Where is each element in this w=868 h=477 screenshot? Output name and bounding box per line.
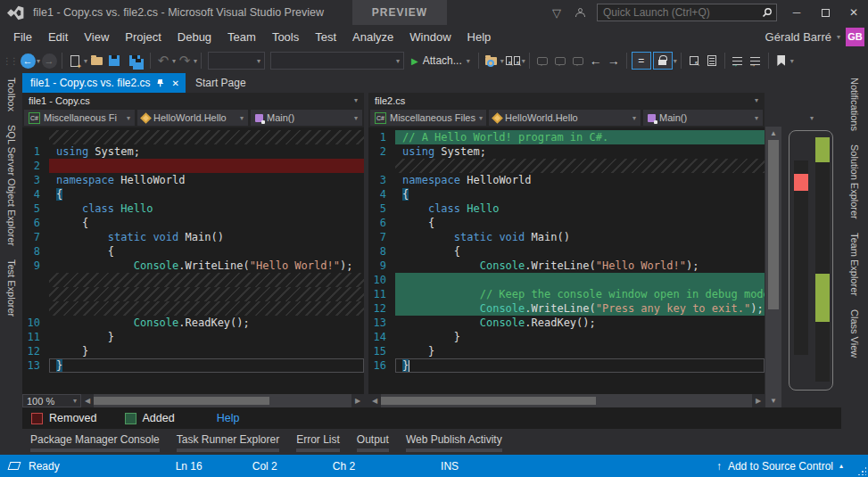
next-difference-button[interactable]: → — [605, 50, 623, 71]
navigate-forward-button[interactable]: → — [40, 50, 58, 71]
user-dropdown-icon[interactable]: ▾ — [837, 33, 840, 41]
menu-help[interactable]: Help — [459, 28, 500, 46]
previous-comment-button[interactable] — [533, 50, 551, 71]
tab-package-manager-console[interactable]: Package Manager Console — [30, 433, 160, 452]
menu-view[interactable]: View — [76, 28, 117, 46]
feedback-filter-icon[interactable]: ▽ — [545, 6, 568, 20]
save-all-button[interactable] — [123, 50, 146, 71]
code-line[interactable] — [22, 130, 364, 144]
help-link[interactable]: Help — [217, 412, 240, 424]
code-line[interactable]: 4{ — [368, 187, 765, 201]
code-line[interactable]: 6 { — [22, 216, 364, 230]
code-line[interactable] — [22, 273, 364, 287]
code-line[interactable]: 7 static void Main() — [22, 230, 364, 244]
tab-task-runner-explorer[interactable]: Task Runner Explorer — [177, 433, 279, 452]
add-to-source-control-button[interactable]: ↑ Add to Source Control ▴ — [716, 460, 843, 473]
code-line[interactable]: 8 { — [22, 244, 364, 259]
redo-dropdown-icon[interactable]: ▾ — [194, 57, 197, 65]
code-line[interactable]: 16} — [368, 358, 765, 373]
menu-file[interactable]: File — [5, 28, 40, 46]
left-pane-header-dropdown-icon[interactable]: ▾ — [354, 96, 358, 104]
added-block-marker-top[interactable] — [815, 137, 830, 162]
navigate-back-button[interactable]: ← — [19, 50, 37, 71]
uncomment-button[interactable] — [747, 50, 765, 71]
scroll-left-icon[interactable]: ◀ — [81, 397, 94, 405]
find-in-files-button[interactable] — [483, 50, 500, 71]
menu-debug[interactable]: Debug — [169, 28, 219, 46]
code-line[interactable]: 8 { — [368, 244, 765, 259]
menu-team[interactable]: Team — [219, 28, 264, 46]
scroll-left-icon[interactable]: ◀ — [368, 397, 381, 405]
sidebar-tab-test-explorer[interactable]: Test Explorer — [6, 259, 17, 317]
undo-button[interactable]: ↶ — [154, 50, 172, 71]
send-feedback-icon[interactable] — [568, 8, 591, 17]
code-line[interactable]: 5 class Hello — [368, 201, 765, 216]
left-type-dropdown[interactable]: HelloWorld.Hello ▾ — [137, 110, 248, 126]
close-button[interactable]: ✕ — [839, 0, 868, 25]
menu-test[interactable]: Test — [307, 28, 344, 46]
code-line[interactable]: 3namespace HelloWorld — [22, 173, 364, 187]
code-line[interactable]: 11 } — [22, 330, 364, 344]
compare-files-button[interactable] — [504, 50, 522, 71]
code-line[interactable]: 4{ — [22, 187, 364, 201]
right-code-editor[interactable]: 1// A Hello World! program in C#.2using … — [368, 127, 765, 394]
right-project-dropdown[interactable]: C# Miscellaneous Files ▾ — [370, 110, 486, 126]
vertical-scrollbar-thumb[interactable] — [768, 140, 779, 309]
new-file-button[interactable] — [66, 50, 84, 71]
menu-project[interactable]: Project — [117, 28, 169, 46]
quick-launch-input[interactable] — [598, 6, 758, 19]
previous-difference-button[interactable]: ← — [587, 50, 605, 71]
toolbar-overflow-icon[interactable]: ▾ — [790, 57, 794, 65]
diff-overview-map[interactable]: ▾ — [782, 93, 841, 407]
menu-window[interactable]: Window — [401, 28, 459, 46]
left-horizontal-scrollbar[interactable] — [94, 394, 351, 407]
code-line[interactable]: 2using System; — [368, 144, 765, 159]
maximize-button[interactable] — [811, 0, 839, 25]
code-line[interactable]: 9 Console.WriteLine("Hello World!"); — [368, 259, 765, 273]
code-line[interactable]: 7 static void Main() — [368, 230, 765, 244]
tab-output[interactable]: Output — [357, 433, 389, 452]
toolbar-grip[interactable]: ⋮⋮ — [3, 56, 17, 66]
right-member-dropdown[interactable]: Main() ▾ — [643, 110, 763, 126]
open-file-button[interactable] — [87, 50, 105, 71]
menu-tools[interactable]: Tools — [264, 28, 307, 46]
left-code-editor[interactable]: 1using System;23namespace HelloWorld4{5 … — [22, 127, 364, 394]
sidebar-tab-sql-server-object-explorer[interactable]: SQL Server Object Explorer — [6, 125, 17, 246]
left-project-dropdown[interactable]: C# Miscellaneous Fi ▾ — [24, 110, 135, 126]
tab-web-publish-activity[interactable]: Web Publish Activity — [406, 433, 502, 452]
sidebar-tab-toolbox[interactable]: Toolbox — [6, 78, 17, 111]
select-mode-button[interactable] — [685, 50, 703, 71]
code-line[interactable]: 12 Console.WriteLine("Press any key to e… — [368, 301, 765, 316]
code-line[interactable]: 1// A Hello World! program in C#. — [368, 130, 765, 144]
code-line[interactable] — [368, 159, 765, 173]
code-line[interactable]: 10 Console.ReadKey(); — [22, 316, 364, 330]
code-line[interactable]: 6 { — [368, 216, 765, 230]
right-type-dropdown[interactable]: HelloWorld.Hello ▾ — [489, 110, 641, 126]
sidebar-tab-class-view[interactable]: Class View — [849, 309, 860, 358]
code-line[interactable]: 11 // Keep the console window open in de… — [368, 287, 765, 301]
added-block-marker-middle[interactable] — [815, 274, 830, 322]
add-comment-button[interactable] — [551, 50, 569, 71]
tab-start-page[interactable]: Start Page — [186, 73, 256, 93]
right-file-map-track[interactable] — [815, 137, 830, 382]
document-outline-button[interactable] — [703, 50, 721, 71]
minimize-button[interactable]: ─ — [782, 0, 811, 25]
code-line[interactable]: 14 } — [368, 330, 765, 344]
map-dropdown-icon[interactable]: ▾ — [782, 114, 841, 122]
code-line[interactable]: 2 — [22, 159, 364, 173]
compare-dropdown-icon[interactable]: ▾ — [522, 57, 525, 65]
code-line[interactable]: 12 } — [22, 344, 364, 358]
save-button[interactable] — [105, 50, 123, 71]
menu-edit[interactable]: Edit — [40, 28, 76, 46]
scroll-right-icon[interactable]: ▶ — [351, 397, 364, 405]
resize-grip[interactable] — [857, 466, 866, 475]
scroll-up-icon[interactable]: ▲ — [765, 129, 781, 137]
code-line[interactable]: 3namespace HelloWorld — [368, 173, 765, 187]
next-comment-button[interactable] — [569, 50, 587, 71]
tab-error-list[interactable]: Error List — [296, 433, 340, 452]
code-line[interactable]: 13 Console.ReadKey(); — [368, 316, 765, 330]
pin-icon[interactable] — [156, 78, 165, 87]
code-line[interactable] — [22, 301, 364, 316]
zoom-level-dropdown[interactable]: 100 % ▾ — [22, 394, 81, 407]
code-line[interactable]: 15 } — [368, 344, 765, 358]
